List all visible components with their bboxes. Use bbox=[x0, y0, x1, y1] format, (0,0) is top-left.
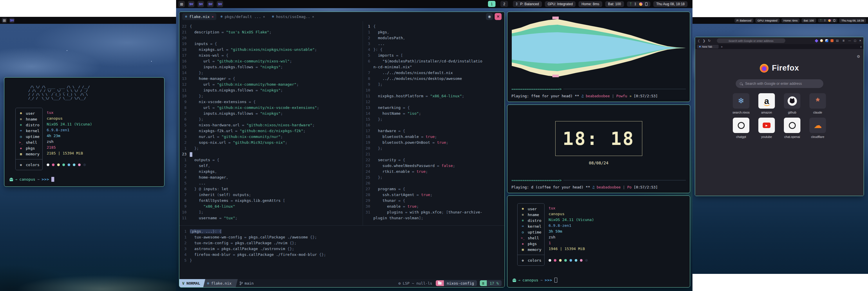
bluesq-extension-icon[interactable] bbox=[825, 39, 828, 42]
tab-new-tab[interactable]: New Tab bbox=[697, 45, 719, 49]
app-launcher-button[interactable]: ⊞ bbox=[2, 18, 7, 23]
fetch-row-kernel: ⌨kernel bbox=[521, 223, 541, 229]
menu-icon[interactable]: ≡ bbox=[842, 39, 844, 43]
code-text: { bbox=[373, 24, 376, 29]
line-number: 25 bbox=[363, 175, 373, 180]
minimize-icon[interactable]: — bbox=[848, 39, 851, 42]
code-line: 14 hostName = "iso"; bbox=[363, 111, 504, 116]
orangecircle-extension-icon[interactable] bbox=[820, 39, 823, 42]
status-segment-0[interactable]: P: Balanced bbox=[517, 1, 542, 7]
back-icon[interactable]: ❮ bbox=[698, 39, 700, 43]
line-number: 27 bbox=[363, 186, 373, 192]
editor-pane-iso-image[interactable]: 1{1 pkgs,2 modulesPath,3 ...4}: {5 impor… bbox=[363, 21, 504, 225]
code-line: 24 rtkit.enable = true; bbox=[363, 169, 504, 175]
buffer-close-button[interactable]: ✕ bbox=[495, 13, 502, 20]
shortcut-claude[interactable]: *claude bbox=[809, 93, 826, 114]
reload-icon[interactable]: ↻ bbox=[708, 39, 710, 43]
status-segment-3[interactable]: Bat: 100 bbox=[605, 1, 624, 7]
color-dot bbox=[564, 259, 567, 262]
line-number: 11 bbox=[363, 93, 373, 99]
maximize-icon[interactable]: ▢ bbox=[854, 39, 857, 42]
status-segment-0[interactable]: P: Balanced bbox=[735, 18, 753, 23]
personalize-gear-icon[interactable]: ⚙ bbox=[857, 54, 860, 59]
shortcut-github[interactable]: github bbox=[784, 93, 801, 114]
line-number: 1 bbox=[363, 24, 373, 29]
fetch-value: tux bbox=[549, 206, 594, 212]
network-icon[interactable]: ᛉ bbox=[820, 19, 822, 22]
fetch-label: kernel bbox=[528, 224, 541, 229]
app-launcher-button[interactable]: ⊞ bbox=[178, 1, 185, 7]
status-segment-2[interactable]: Home: 6ms bbox=[781, 18, 800, 23]
orangesq-extension-icon[interactable] bbox=[831, 39, 834, 42]
tab-hosts-isoImag-[interactable]: ❄hosts/isoImag..✕ bbox=[269, 13, 317, 20]
buffer-pin-button[interactable]: ◉ bbox=[486, 13, 493, 20]
fetch-row-uptime: ◷uptime bbox=[521, 229, 541, 235]
bluetooth-icon[interactable]: ᛒ bbox=[824, 19, 826, 22]
window-icon-button[interactable]: $W bbox=[197, 1, 204, 7]
code-text: }; bbox=[190, 93, 204, 99]
window-icon-button[interactable]: $W bbox=[207, 1, 214, 7]
shortcut-chatgpt[interactable]: chatgpt bbox=[733, 118, 750, 139]
terminal-window-left[interactable]: /\ \/ /\ ____ ___ /\ \ / /__/ / /\ / / \… bbox=[4, 77, 164, 187]
firefox-logo: Firefox bbox=[695, 64, 864, 72]
newtab-search-input[interactable]: Search with Google or enter address bbox=[736, 79, 823, 88]
sidebar-extension-icon[interactable]: ▤ bbox=[836, 39, 838, 42]
temperature-icon[interactable] bbox=[639, 2, 643, 6]
window-icon-button[interactable]: $W bbox=[188, 1, 194, 7]
neovim-window[interactable]: ❄flake.nix✕❄pkgs/default ...✕❄hosts/isoI… bbox=[179, 11, 505, 288]
editor-pane-pkgs-default[interactable]: 1{pkgs, ...}: {1 tux-awesome-wm-config =… bbox=[179, 225, 504, 279]
firefox-window[interactable]: ❮ ❯ ↻ Search with Google or enter addres… bbox=[695, 37, 864, 196]
forward-icon[interactable]: ❯ bbox=[703, 39, 705, 43]
tab-pkgs-default-[interactable]: ❄pkgs/default ...✕ bbox=[218, 13, 268, 20]
window-icon-button[interactable]: $W bbox=[9, 18, 14, 23]
shortcut-cloudflare[interactable]: ☁cloudflare bbox=[809, 118, 826, 139]
tab-flake-nix[interactable]: ❄flake.nix✕ bbox=[182, 13, 216, 20]
close-icon[interactable]: ✕ bbox=[859, 39, 861, 42]
url-bar[interactable]: Search with Google or enter address bbox=[717, 38, 785, 43]
cava-visualizer-window[interactable]: ======================> Playing: ffee fo… bbox=[507, 11, 690, 102]
status-segment-1[interactable]: GPU: Integrated bbox=[545, 1, 576, 7]
shortcut-label: claude bbox=[813, 111, 822, 114]
window-icon-button[interactable]: $W bbox=[217, 1, 223, 7]
new-tab-button[interactable]: + bbox=[721, 45, 723, 49]
fetch-label-box: ☻user≡hname❄distro⌨kernel◷uptime>_shell◈… bbox=[16, 108, 43, 170]
shortcut-label: chat.openai bbox=[784, 135, 800, 139]
shell-prompt[interactable]: → canopus ~ >>> bbox=[513, 278, 557, 283]
diamond-extension-icon[interactable] bbox=[815, 39, 819, 43]
shortcut-chat-openai[interactable]: chat.openai bbox=[784, 118, 801, 139]
status-segment-3[interactable]: Bat: 100 bbox=[802, 18, 816, 23]
shortcut-amazon[interactable]: aamazon bbox=[758, 93, 775, 114]
tab-close-icon[interactable]: ✕ bbox=[263, 15, 265, 19]
terminal-window-fastfetch[interactable]: ☻user≡hname❄distro⌨kernel◷uptime>_shell◈… bbox=[507, 196, 690, 288]
tty-clock-window[interactable]: 18: 18 08/08/24 ======================> … bbox=[507, 105, 690, 193]
fetch-value: 1 bbox=[549, 241, 594, 246]
temperature-icon[interactable] bbox=[828, 19, 831, 22]
shell-prompt[interactable]: → canopus ~ >>> bbox=[9, 177, 54, 182]
workspace-1[interactable]: 1 bbox=[488, 1, 496, 7]
code-text: self, bbox=[190, 163, 210, 169]
code-text: hardware = { bbox=[373, 128, 405, 134]
mode-indicator: V NORMAL bbox=[179, 279, 204, 287]
bluetooth-icon[interactable]: ᛒ bbox=[634, 2, 637, 6]
color-palette-dots bbox=[47, 162, 92, 168]
tab-list-chevron-icon[interactable]: ∨ bbox=[860, 45, 862, 48]
shortcut-search-nixos[interactable]: ❄search.nixos bbox=[733, 93, 750, 114]
status-bar-right: P: BalancedGPU: IntegratedHome: 6msBat: … bbox=[692, 17, 868, 24]
code-line: 27 programs = { bbox=[363, 186, 504, 192]
editor-pane-flake-nix[interactable]: 22{21 description = "tux's NixOS Flake";… bbox=[179, 21, 362, 225]
phone-icon[interactable] bbox=[834, 19, 835, 22]
workspace-2[interactable]: 2 bbox=[500, 1, 508, 7]
tab-close-icon[interactable]: ✕ bbox=[312, 15, 314, 19]
phone-icon[interactable] bbox=[645, 2, 648, 6]
buffer-tabbar: ❄flake.nix✕❄pkgs/default ...✕❄hosts/isoI… bbox=[179, 12, 504, 21]
status-segment-1[interactable]: GPU: Integrated bbox=[755, 18, 779, 23]
shortcut-youtube[interactable]: ▶youtube bbox=[758, 118, 775, 139]
code-line: 3 nur.url = "github:nix-community/nur"; bbox=[179, 134, 362, 140]
tab-close-icon[interactable]: ✕ bbox=[212, 15, 214, 19]
network-icon[interactable]: ᛉ bbox=[630, 2, 632, 6]
code-text: nixpkgs, bbox=[190, 169, 217, 175]
pkgs-icon: ◈ bbox=[19, 146, 23, 150]
status-segment-2[interactable]: Home: 8ms bbox=[579, 1, 602, 7]
line-number: 12 bbox=[363, 99, 373, 105]
line-number: 31 bbox=[363, 209, 373, 215]
